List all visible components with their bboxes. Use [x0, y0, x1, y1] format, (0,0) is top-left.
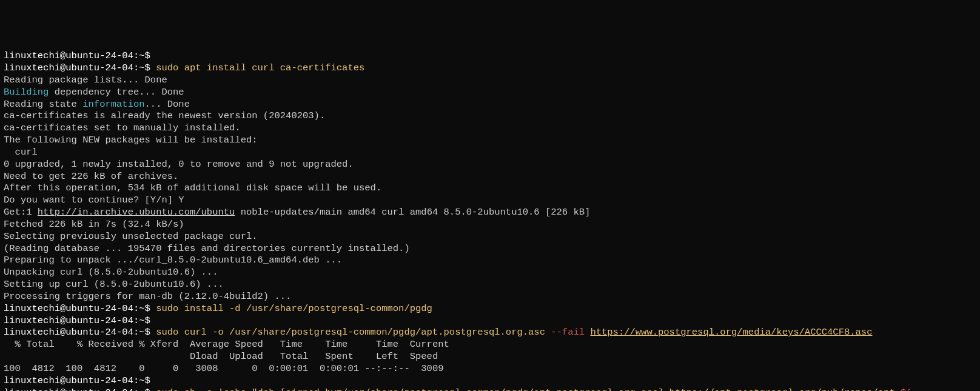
terminal-line: Get:1 http://in.archive.ubuntu.com/ubunt…: [4, 207, 976, 219]
output-text: The following NEW packages will be insta…: [4, 135, 258, 145]
output-text: ... Done: [145, 99, 190, 110]
terminal-line: linuxtechi@ubuntu-24-04:~$ sudo apt inst…: [4, 62, 976, 75]
output-text: Selecting previously unselected package …: [4, 231, 258, 242]
terminal-line: Unpacking curl (8.5.0-2ubuntu10.6) ...: [4, 267, 976, 279]
terminal-line: Need to get 226 kB of archives.: [4, 171, 976, 183]
output-text: Do you want to continue? [Y/n] Y: [4, 195, 184, 206]
output-text: Fetched 226 kB in 7s (32.4 kB/s): [4, 219, 184, 230]
output-text: Unpacking curl (8.5.0-2ubuntu10.6) ...: [4, 267, 218, 278]
shell-prompt: linuxtechi@ubuntu-24-04:~$: [4, 50, 150, 61]
terminal-line: Preparing to unpack .../curl_8.5.0-2ubun…: [4, 255, 976, 267]
terminal-line: Processing triggers for man-db (2.12.0-4…: [4, 291, 976, 303]
shell-prompt: linuxtechi@ubuntu-24-04:~$: [4, 303, 150, 314]
output-text: dependency tree... Done: [49, 87, 184, 98]
output-text: Get:1: [4, 207, 38, 218]
output-text: Setting up curl (8.5.0-2ubuntu10.6) ...: [4, 279, 224, 290]
terminal-line: linuxtechi@ubuntu-24-04:~$: [4, 315, 976, 327]
command-text: https://www.postgresql.org/media/keys/AC…: [590, 327, 872, 338]
terminal-line: After this operation, 534 kB of addition…: [4, 182, 976, 195]
output-text: Reading package lists... Done: [4, 75, 167, 85]
terminal-line: 100 4812 100 4812 0 0 3008 0 0:00:01 0:0…: [4, 363, 976, 375]
shell-prompt: linuxtechi@ubuntu-24-04:~$: [4, 375, 150, 386]
output-text: 100 4812 100 4812 0 0 3008 0 0:00:01 0:0…: [4, 363, 444, 374]
shell-prompt: linuxtechi@ubuntu-24-04:~$: [4, 315, 150, 326]
output-text: information: [82, 99, 144, 110]
output-text: Building: [4, 87, 49, 98]
output-text: After this operation, 534 kB of addition…: [4, 182, 381, 193]
terminal-line: Do you want to continue? [Y/n] Y: [4, 195, 976, 207]
terminal-line: linuxtechi@ubuntu-24-04:~$ sudo curl -o …: [4, 327, 976, 339]
output-text: Reading state: [4, 99, 82, 110]
terminal-line: ca-certificates set to manually installe…: [4, 122, 976, 135]
terminal-line: Building dependency tree... Done: [4, 87, 976, 99]
output-text: ca-certificates is already the newest ve…: [4, 110, 325, 121]
output-text: noble-updates/main amd64 curl amd64 8.5.…: [235, 207, 590, 218]
terminal-line: Dload Upload Total Spent Left Speed: [4, 351, 976, 363]
command-text: sudo curl -o /usr/share/postgresql-commo…: [150, 327, 551, 338]
output-text: Preparing to unpack .../curl_8.5.0-2ubun…: [4, 255, 342, 266]
output-text: Dload Upload Total Spent Left Speed: [4, 351, 438, 362]
terminal-line: ca-certificates is already the newest ve…: [4, 110, 976, 122]
command-text: $(: [901, 387, 912, 392]
command-text: sudo install -d /usr/share/postgresql-co…: [150, 303, 432, 314]
output-text: Need to get 226 kB of archives.: [4, 171, 178, 182]
shell-prompt: linuxtechi@ubuntu-24-04:~$: [4, 327, 150, 338]
terminal-line: Fetched 226 kB in 7s (32.4 kB/s): [4, 219, 976, 231]
command-text: sudo sh -c 'echo "deb [signed-by=/usr/sh…: [150, 387, 670, 392]
terminal-output[interactable]: linuxtechi@ubuntu-24-04:~$linuxtechi@ubu…: [4, 50, 976, 391]
terminal-line: Reading package lists... Done: [4, 75, 976, 87]
command-text: --fail: [551, 327, 585, 338]
output-text: % Total % Received % Xferd Average Speed…: [4, 339, 449, 350]
command-text: [895, 387, 901, 392]
terminal-line: linuxtechi@ubuntu-24-04:~$: [4, 50, 976, 62]
shell-prompt: linuxtechi@ubuntu-24-04:~$: [4, 387, 150, 392]
terminal-line: linuxtechi@ubuntu-24-04:~$ sudo sh -c 'e…: [4, 387, 976, 392]
terminal-line: (Reading database ... 195470 files and d…: [4, 243, 976, 255]
terminal-line: % Total % Received % Xferd Average Speed…: [4, 339, 976, 351]
terminal-line: 0 upgraded, 1 newly installed, 0 to remo…: [4, 159, 976, 171]
terminal-line: The following NEW packages will be insta…: [4, 135, 976, 147]
output-text: 0 upgraded, 1 newly installed, 0 to remo…: [4, 159, 354, 170]
terminal-line: Setting up curl (8.5.0-2ubuntu10.6) ...: [4, 279, 976, 291]
output-text: http://in.archive.ubuntu.com/ubuntu: [38, 207, 235, 218]
command-text: [585, 327, 590, 338]
terminal-line: linuxtechi@ubuntu-24-04:~$ sudo install …: [4, 303, 976, 315]
output-text: ca-certificates set to manually installe…: [4, 122, 241, 133]
command-text: https://apt.postgresql.org/pub/repos/apt: [670, 387, 895, 392]
output-text: Processing triggers for man-db (2.12.0-4…: [4, 291, 291, 302]
terminal-line: Reading state information... Done: [4, 99, 976, 111]
output-text: (Reading database ... 195470 files and d…: [4, 243, 410, 254]
shell-prompt: linuxtechi@ubuntu-24-04:~$: [4, 62, 150, 73]
command-text: sudo apt install curl ca-certificates: [150, 62, 364, 73]
terminal-line: Selecting previously unselected package …: [4, 231, 976, 243]
terminal-line: curl: [4, 147, 976, 159]
terminal-line: linuxtechi@ubuntu-24-04:~$: [4, 375, 976, 387]
output-text: curl: [4, 147, 38, 158]
